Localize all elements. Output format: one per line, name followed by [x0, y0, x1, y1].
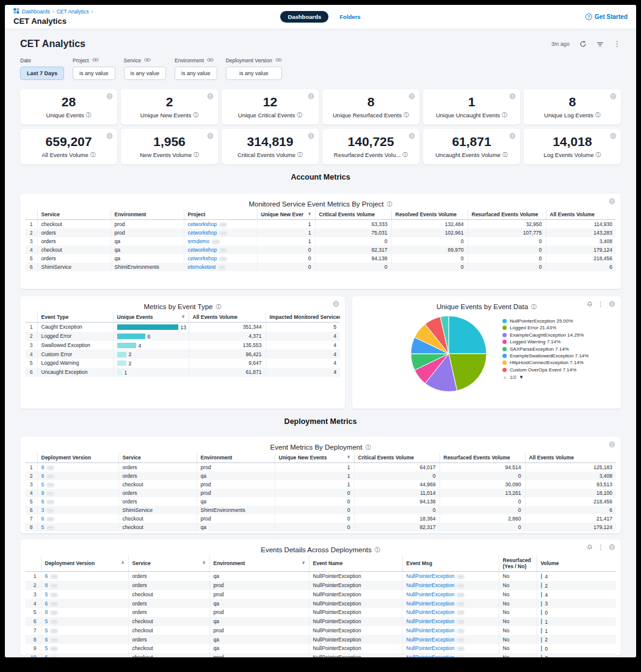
bell-icon[interactable] [587, 544, 593, 550]
column-header[interactable]: All Events Volume [189, 312, 266, 323]
column-header[interactable]: Project [184, 210, 257, 220]
globe-icon[interactable] [610, 93, 617, 100]
more-dots-badge[interactable]: ⋯ [457, 656, 465, 657]
kebab-menu-icon[interactable]: ⋮ [598, 544, 604, 550]
info-icon[interactable]: ⓘ [365, 445, 371, 450]
cell-link[interactable]: NullPointerException [407, 654, 455, 657]
column-header[interactable]: Environment∨ [209, 555, 309, 572]
column-header[interactable]: Event Msg [402, 555, 499, 572]
column-header[interactable]: Resolved Events Volume [391, 210, 468, 220]
cell-link[interactable]: 6 [45, 637, 48, 643]
legend-page-up-icon[interactable]: ▲ [502, 375, 507, 380]
column-header[interactable]: Critical Events Volume [315, 210, 391, 220]
column-header[interactable]: Resurfaced Events Volume [468, 210, 546, 220]
more-dots-badge[interactable]: ⋯ [457, 619, 465, 624]
more-dots-badge[interactable]: ⋯ [457, 610, 465, 615]
column-header[interactable]: Event Name [309, 555, 402, 572]
globe-icon[interactable] [408, 93, 415, 100]
cell-link[interactable]: 6 [42, 516, 45, 522]
cell-link[interactable]: cetworkshop [188, 255, 217, 261]
kebab-menu-icon[interactable]: ⋮ [598, 301, 604, 307]
legend-item[interactable]: HttpHostConnectException 7.14% [502, 360, 598, 366]
cell-link[interactable]: cetworkshop [188, 230, 217, 236]
cell-link[interactable]: 6 [42, 473, 45, 479]
more-dots-badge[interactable]: ⋯ [219, 257, 227, 261]
filter-value[interactable]: Last 7 Days [20, 67, 64, 80]
globe-icon[interactable] [106, 93, 113, 100]
more-dots-badge[interactable]: ⋯ [46, 508, 54, 513]
globe-icon[interactable] [106, 133, 113, 139]
globe-icon[interactable] [609, 544, 615, 550]
more-dots-badge[interactable]: ⋯ [46, 483, 54, 488]
column-header[interactable]: Unique New Events∨ [275, 453, 354, 463]
column-header[interactable]: Environment [110, 210, 184, 220]
sort-down-icon[interactable]: ∨ [202, 560, 205, 565]
cell-link[interactable]: 5 [45, 618, 48, 624]
kebab-menu-icon[interactable]: ⋮ [614, 40, 621, 48]
column-header[interactable]: All Events Volume [525, 453, 616, 463]
more-dots-badge[interactable]: ⋯ [219, 231, 227, 236]
more-dots-badge[interactable]: ⋯ [50, 629, 58, 634]
column-header[interactable]: All Events Volume [546, 210, 616, 220]
more-dots-badge[interactable]: ⋯ [457, 638, 465, 643]
sort-down-icon[interactable]: ∨ [181, 314, 184, 319]
info-icon[interactable]: ⓘ [375, 547, 380, 553]
cell-link[interactable]: NullPointerException [407, 637, 455, 643]
column-header[interactable]: Critical Events Volume [354, 453, 440, 463]
column-header[interactable]: Event Type [37, 312, 113, 323]
cell-link[interactable]: 9 [42, 490, 45, 496]
cell-link[interactable]: etsmoketest [188, 264, 216, 270]
filter-value[interactable]: is any value [124, 67, 167, 80]
info-icon[interactable]: ⓘ [502, 152, 508, 158]
globe-icon[interactable] [408, 133, 415, 139]
more-dots-badge[interactable]: ⋯ [46, 474, 54, 479]
more-dots-badge[interactable]: ⋯ [50, 583, 58, 588]
cell-link[interactable]: NullPointerException [407, 627, 455, 634]
globe-icon[interactable] [509, 133, 516, 139]
info-icon[interactable]: ⓘ [595, 152, 601, 158]
legend-item[interactable]: Logged Error 21.43% [502, 325, 598, 331]
more-dots-badge[interactable]: ⋯ [212, 239, 220, 244]
more-dots-badge[interactable]: ⋯ [50, 593, 58, 597]
info-icon[interactable]: ⓘ [194, 152, 199, 158]
cell-link[interactable]: NullPointerException [407, 582, 455, 588]
globe-icon[interactable] [609, 441, 615, 448]
more-dots-badge[interactable]: ⋯ [50, 656, 58, 657]
column-header[interactable]: Environment [197, 453, 275, 463]
cell-link[interactable]: NullPointerException [407, 601, 455, 607]
cell-link[interactable]: NullPointerException [407, 573, 455, 579]
cell-link[interactable]: NullPointerException [407, 591, 455, 597]
sort-down-icon[interactable]: ∨ [308, 211, 311, 216]
sort-up-icon[interactable]: ∧ [121, 560, 124, 565]
more-dots-badge[interactable]: ⋯ [50, 638, 58, 643]
more-dots-badge[interactable]: ⋯ [46, 500, 54, 505]
globe-icon[interactable] [333, 301, 339, 307]
column-header[interactable]: Unique New Ever∨ [257, 210, 315, 220]
globe-icon[interactable] [308, 133, 314, 139]
column-header[interactable]: Deployment Version∧ [41, 555, 128, 572]
more-dots-badge[interactable]: ⋯ [457, 583, 465, 588]
globe-icon[interactable] [308, 93, 314, 100]
more-dots-badge[interactable]: ⋯ [50, 619, 58, 624]
cell-link[interactable]: 8 [45, 609, 48, 615]
info-icon[interactable]: ⓘ [193, 112, 198, 118]
pie-slice-nullpointerexception[interactable] [449, 316, 487, 354]
more-dots-badge[interactable]: ⋯ [218, 265, 226, 270]
cell-link[interactable]: NullPointerException [407, 609, 455, 615]
breadcrumb-item-cet-analytics[interactable]: CET Analytics [57, 9, 89, 15]
legend-page-down-icon[interactable]: ▼ [519, 375, 524, 380]
more-dots-badge[interactable]: ⋯ [219, 222, 227, 227]
more-dots-badge[interactable]: ⋯ [46, 491, 54, 496]
cell-link[interactable]: srmdemo [188, 238, 209, 244]
info-icon[interactable]: ⓘ [531, 304, 537, 310]
filter-value[interactable]: is any value [226, 67, 282, 80]
info-icon[interactable]: ⓘ [387, 202, 393, 207]
more-dots-badge[interactable]: ⋯ [46, 525, 54, 530]
cell-link[interactable]: 6 [45, 601, 48, 607]
more-dots-badge[interactable]: ⋯ [46, 517, 54, 522]
more-dots-badge[interactable]: ⋯ [457, 593, 465, 597]
legend-item[interactable]: ExampleCaughtException 14.29% [502, 332, 598, 338]
legend-item[interactable]: Logged Warning 7.14% [502, 339, 598, 345]
bell-icon[interactable] [587, 301, 593, 307]
globe-icon[interactable] [610, 133, 617, 139]
